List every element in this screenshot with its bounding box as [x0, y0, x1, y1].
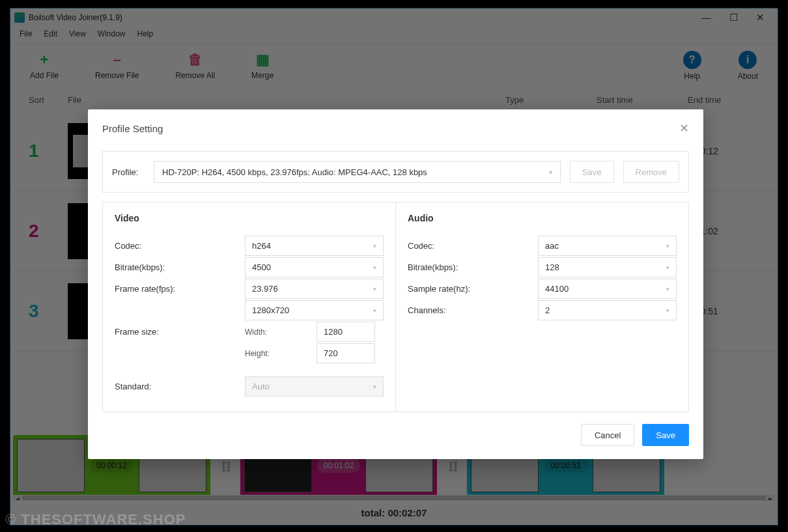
audio-codec-select[interactable]: aac▾ — [538, 236, 677, 256]
video-settings: Video Codec:h264▾ Bitrate(kbps):4500▾ Fr… — [103, 203, 395, 412]
channels-label: Channels: — [408, 305, 538, 315]
profile-select[interactable]: HD-720P: H264, 4500 kbps, 23.976fps; Aud… — [154, 161, 561, 183]
chevron-down-icon: ▾ — [666, 286, 669, 292]
chevron-down-icon: ▾ — [373, 286, 376, 292]
chevron-down-icon: ▾ — [549, 169, 552, 176]
video-bitrate-label: Bitrate(kbps): — [115, 262, 245, 272]
standard-label: Standard: — [115, 382, 245, 391]
chevron-down-icon: ▾ — [373, 384, 376, 390]
profile-remove-button[interactable]: Remove — [623, 161, 679, 183]
video-codec-select[interactable]: h264▾ — [245, 236, 384, 256]
chevron-down-icon: ▾ — [666, 307, 669, 314]
frame-size-preset-select[interactable]: 1280x720▾ — [245, 300, 384, 320]
dialog-close-button[interactable]: ✕ — [679, 121, 689, 135]
watermark: © THESOFTWARE.SHOP — [5, 511, 186, 528]
audio-codec-label: Codec: — [408, 241, 538, 251]
video-bitrate-select[interactable]: 4500▾ — [245, 257, 384, 277]
chevron-down-icon: ▾ — [666, 243, 669, 249]
audio-bitrate-select[interactable]: 128▾ — [538, 257, 677, 277]
chevron-down-icon: ▾ — [666, 264, 669, 271]
save-button[interactable]: Save — [642, 424, 689, 446]
profile-label: Profile: — [112, 167, 145, 177]
chevron-down-icon: ▾ — [373, 307, 376, 314]
profile-setting-dialog: Profile Setting ✕ Profile: HD-720P: H264… — [88, 109, 703, 459]
video-fps-label: Frame rate(fps): — [115, 284, 245, 294]
standard-select: Auto▾ — [245, 376, 384, 397]
audio-settings: Audio Codec:aac▾ Bitrate(kbps):128▾ Samp… — [395, 203, 688, 412]
chevron-down-icon: ▾ — [373, 264, 376, 271]
width-input[interactable] — [317, 322, 375, 342]
audio-header: Audio — [408, 213, 677, 223]
video-codec-label: Codec: — [115, 241, 245, 251]
channels-select[interactable]: 2▾ — [538, 300, 677, 320]
profile-save-button[interactable]: Save — [570, 161, 614, 183]
video-header: Video — [115, 213, 384, 223]
frame-size-label: Frame size: — [115, 327, 245, 337]
cancel-button[interactable]: Cancel — [581, 424, 634, 446]
audio-bitrate-label: Bitrate(kbps): — [408, 262, 538, 272]
dialog-title: Profile Setting — [102, 123, 163, 134]
sample-rate-select[interactable]: 44100▾ — [538, 279, 677, 299]
sample-rate-label: Sample rate(hz): — [408, 284, 538, 294]
height-input[interactable] — [317, 343, 375, 363]
chevron-down-icon: ▾ — [373, 243, 376, 249]
video-fps-select[interactable]: 23.976▾ — [245, 279, 384, 299]
